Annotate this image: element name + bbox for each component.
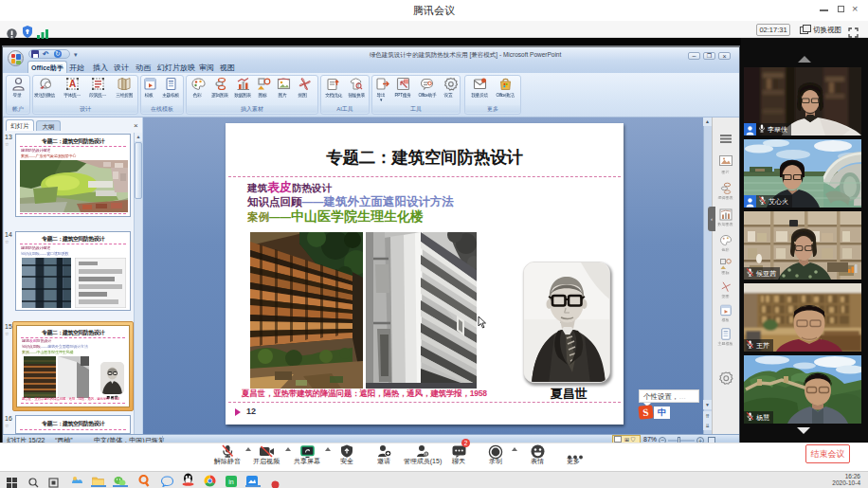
svg-text:in: in xyxy=(228,479,234,485)
svg-text:A: A xyxy=(69,79,76,89)
